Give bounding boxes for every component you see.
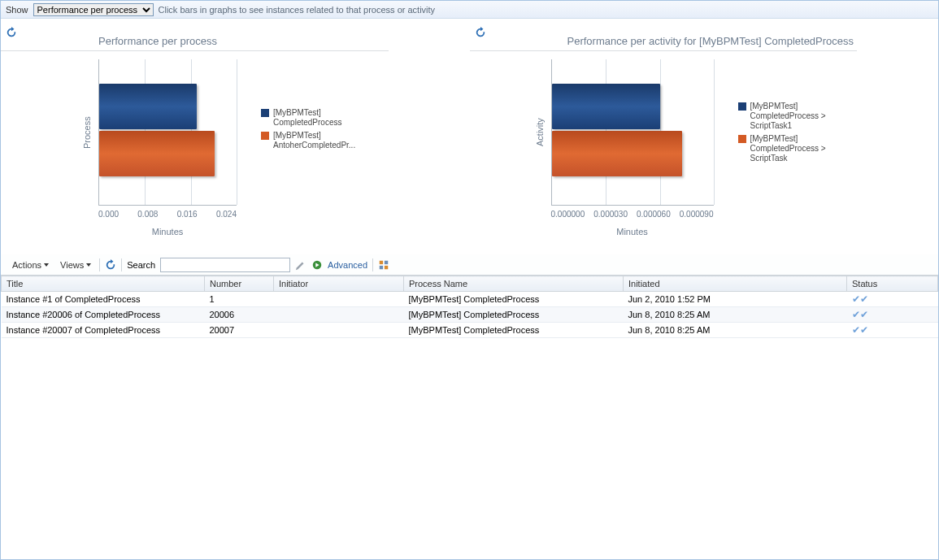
legend-swatch-icon	[261, 132, 269, 140]
x-ticks: 0.000000 0.000030 0.000060 0.000090	[551, 210, 714, 219]
chart-bar[interactable]	[99, 131, 215, 176]
chart-process-panel: Performance per process Process 0.000 0.…	[1, 24, 470, 254]
table-row[interactable]: Instance #20007 of CompletedProcess20007…	[2, 323, 938, 338]
table-row[interactable]: Instance #1 of CompletedProcess1[MyBPMTe…	[2, 292, 938, 307]
legend-swatch-icon	[261, 109, 269, 117]
chart-title: Performance per activity for [MyBPMTest]…	[470, 24, 858, 51]
chart-activity-panel: Performance per activity for [MyBPMTest]…	[470, 24, 939, 254]
separator	[99, 258, 100, 271]
grid-toolbar: Actions Views Search Advanced	[1, 254, 938, 276]
svg-rect-3	[380, 265, 383, 268]
clear-icon[interactable]	[295, 259, 306, 271]
advanced-link[interactable]: Advanced	[328, 260, 367, 270]
y-axis-label: Activity	[535, 59, 551, 206]
chart-legend: [MyBPMTest] CompletedProcess > ScriptTas…	[738, 102, 844, 254]
check-icon: ✔✔	[852, 293, 868, 305]
settings-icon[interactable]	[378, 259, 389, 271]
legend-item: [MyBPMTest] AntoherCompletedPr...	[261, 131, 367, 150]
show-select[interactable]: Performance per process	[33, 3, 154, 16]
chart-bar[interactable]	[552, 84, 660, 129]
separator	[121, 258, 122, 271]
hint-text: Click bars in graphs to see instances re…	[159, 5, 436, 15]
charts-row: Performance per process Process 0.000 0.…	[1, 19, 938, 254]
col-initiator[interactable]: Initiator	[274, 276, 404, 292]
chart-plot[interactable]: 0.000000 0.000030 0.000060 0.000090 Minu…	[551, 59, 714, 222]
check-icon: ✔✔	[852, 309, 868, 320]
table-header-row: Title Number Initiator Process Name Init…	[2, 276, 938, 292]
svg-rect-2	[385, 260, 388, 263]
chart-bar[interactable]	[99, 84, 197, 129]
y-axis-label: Process	[82, 59, 98, 206]
check-icon: ✔✔	[852, 324, 868, 336]
search-label: Search	[127, 260, 155, 270]
status-cell: ✔✔	[847, 292, 938, 307]
legend-swatch-icon	[738, 102, 746, 111]
x-ticks: 0.000 0.008 0.016 0.024	[98, 210, 237, 219]
actions-menu[interactable]: Actions	[9, 258, 52, 271]
refresh-icon[interactable]	[6, 27, 17, 38]
legend-item: [MyBPMTest] CompletedProcess > ScriptTas…	[738, 102, 844, 131]
svg-rect-1	[380, 260, 383, 263]
chart-title: Performance per process	[1, 24, 389, 51]
legend-item: [MyBPMTest] CompletedProcess > ScriptTas…	[738, 134, 844, 163]
x-axis-label: Minutes	[551, 227, 714, 237]
refresh-icon[interactable]	[105, 259, 116, 271]
search-input[interactable]	[160, 258, 290, 272]
go-icon[interactable]	[311, 259, 323, 271]
instances-table: Title Number Initiator Process Name Init…	[1, 276, 938, 338]
col-number[interactable]: Number	[205, 276, 274, 292]
table-row[interactable]: Instance #20006 of CompletedProcess20006…	[2, 307, 938, 323]
x-axis-label: Minutes	[98, 227, 237, 237]
caret-down-icon	[44, 263, 49, 267]
status-cell: ✔✔	[847, 307, 938, 323]
status-cell: ✔✔	[847, 323, 938, 338]
chart-plot[interactable]: 0.000 0.008 0.016 0.024 Minutes	[98, 59, 237, 222]
show-label: Show	[6, 5, 28, 15]
col-initiated[interactable]: Initiated	[624, 276, 847, 292]
top-toolbar: Show Performance per process Click bars …	[1, 1, 938, 19]
svg-rect-4	[385, 265, 388, 268]
caret-down-icon	[86, 263, 91, 267]
views-menu[interactable]: Views	[57, 258, 94, 271]
refresh-icon[interactable]	[475, 27, 486, 38]
col-status[interactable]: Status	[847, 276, 938, 292]
col-process[interactable]: Process Name	[404, 276, 624, 292]
legend-swatch-icon	[738, 135, 746, 143]
col-title[interactable]: Title	[2, 276, 205, 292]
chart-legend: [MyBPMTest] CompletedProcess [MyBPMTest]…	[261, 108, 367, 254]
legend-item: [MyBPMTest] CompletedProcess	[261, 108, 367, 128]
chart-bar[interactable]	[552, 131, 682, 176]
separator	[372, 258, 373, 271]
